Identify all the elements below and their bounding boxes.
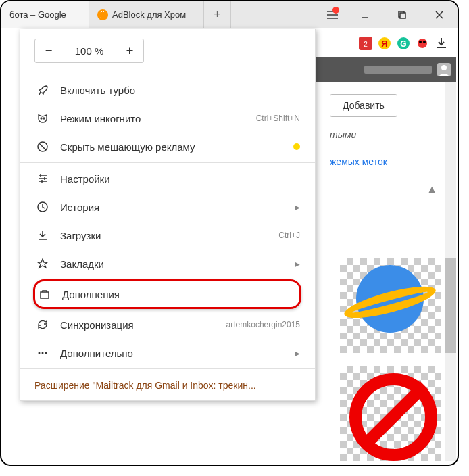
menu-hint: artemkochergin2015 xyxy=(226,320,300,329)
favicon-icon xyxy=(97,9,108,20)
mask-icon xyxy=(34,112,51,124)
download-icon xyxy=(34,229,51,241)
minimize-button[interactable] xyxy=(346,1,383,28)
maximize-button[interactable] xyxy=(383,1,420,28)
svg-text:2: 2 xyxy=(364,41,368,48)
zoom-value: 100 % xyxy=(62,45,116,57)
menu-settings[interactable]: Настройки xyxy=(20,164,315,193)
star-icon xyxy=(34,258,51,270)
svg-point-17 xyxy=(42,352,44,354)
new-tab-button[interactable]: + xyxy=(204,1,231,28)
block-icon xyxy=(34,141,51,153)
page-content: 2 Я G Добавить тыми жемых меток ▲ xyxy=(316,29,456,195)
menu-label: Скрыть мешающую рекламу xyxy=(60,141,293,153)
menu-label: Настройки xyxy=(60,173,300,185)
dot-indicator-icon xyxy=(293,143,300,150)
close-button[interactable] xyxy=(420,1,458,28)
menu-more[interactable]: Дополнительно ▶ xyxy=(20,339,315,367)
download-icon[interactable] xyxy=(435,37,448,50)
scrollbar[interactable] xyxy=(445,82,456,461)
sync-icon xyxy=(34,318,51,331)
promo-text[interactable]: Расширение "Mailtrack для Gmail и Inbox:… xyxy=(20,371,315,400)
more-icon xyxy=(34,347,51,359)
tab-title: бота – Google xyxy=(9,9,66,20)
main-menu-button[interactable] xyxy=(319,1,346,28)
grammarly-icon[interactable]: G xyxy=(397,37,410,50)
user-avatar-icon[interactable] xyxy=(437,63,451,76)
zoom-out-button[interactable]: − xyxy=(35,39,62,62)
menu-incognito[interactable]: Режим инкогнито Ctrl+Shift+N xyxy=(20,104,315,133)
svg-point-12 xyxy=(441,65,447,70)
menu-history[interactable]: История ▶ xyxy=(20,193,315,221)
scrollbar-thumb[interactable] xyxy=(445,258,456,353)
menu-bookmarks[interactable]: Закладки ▶ xyxy=(20,249,315,278)
menu-turbo[interactable]: Включить турбо xyxy=(20,76,315,104)
tab-title: AdBlock для Хром xyxy=(112,9,186,20)
menu-addons[interactable]: Дополнения xyxy=(33,279,301,309)
user-name-blur xyxy=(364,66,432,74)
page-text: тыми xyxy=(330,129,456,140)
menu-label: Режим инкогнито xyxy=(60,113,256,124)
yandex-icon[interactable]: Я xyxy=(378,37,391,50)
svg-point-18 xyxy=(45,352,47,354)
menu-hint: Ctrl+J xyxy=(278,231,300,240)
svg-rect-11 xyxy=(364,66,432,74)
menu-label: История xyxy=(60,201,289,213)
svg-point-9 xyxy=(419,41,422,43)
menu-sync[interactable]: Синхронизация artemkochergin2015 xyxy=(20,310,315,339)
tab-1[interactable]: бота – Google xyxy=(1,1,89,28)
history-icon xyxy=(34,201,51,213)
svg-rect-15 xyxy=(41,292,49,298)
chevron-right-icon: ▶ xyxy=(295,350,300,357)
extension-toolbar: 2 Я G xyxy=(316,29,456,57)
chevron-right-icon: ▶ xyxy=(295,204,300,211)
zoom-row: − 100 % + xyxy=(20,29,315,72)
rocket-icon xyxy=(34,84,51,96)
settings-icon xyxy=(34,172,51,185)
menu-label: Дополнения xyxy=(62,289,298,300)
tab-bar: бота – Google AdBlock для Хром + xyxy=(1,1,458,28)
notification-dot-icon xyxy=(332,7,339,14)
zoom-in-button[interactable]: + xyxy=(116,39,143,62)
svg-point-10 xyxy=(423,41,426,43)
tab-2[interactable]: AdBlock для Хром xyxy=(89,1,204,28)
svg-point-8 xyxy=(418,39,427,48)
menu-hide-ads[interactable]: Скрыть мешающую рекламу xyxy=(20,133,315,161)
menu-label: Дополнительно xyxy=(60,348,289,359)
chevron-right-icon: ▶ xyxy=(295,260,300,268)
menu-hint: Ctrl+Shift+N xyxy=(256,114,300,123)
bug-icon[interactable] xyxy=(416,37,429,50)
svg-point-16 xyxy=(39,352,41,354)
main-menu: − 100 % + Включить турбо Режим инкогнито… xyxy=(20,29,316,401)
add-button[interactable]: Добавить xyxy=(330,94,397,117)
extension-icon[interactable]: 2 xyxy=(359,37,372,50)
user-bar xyxy=(316,57,456,82)
menu-label: Включить турбо xyxy=(60,85,300,96)
collapse-icon[interactable]: ▲ xyxy=(316,183,448,195)
menu-label: Загрузки xyxy=(60,230,278,241)
page-link[interactable]: жемых меток xyxy=(330,156,456,167)
menu-label: Синхронизация xyxy=(60,319,226,331)
menu-downloads[interactable]: Загрузки Ctrl+J xyxy=(20,221,315,249)
svg-text:G: G xyxy=(400,39,406,49)
svg-text:Я: Я xyxy=(381,39,387,49)
svg-rect-1 xyxy=(400,13,405,18)
addons-icon xyxy=(36,288,53,300)
menu-label: Закладки xyxy=(60,258,289,270)
